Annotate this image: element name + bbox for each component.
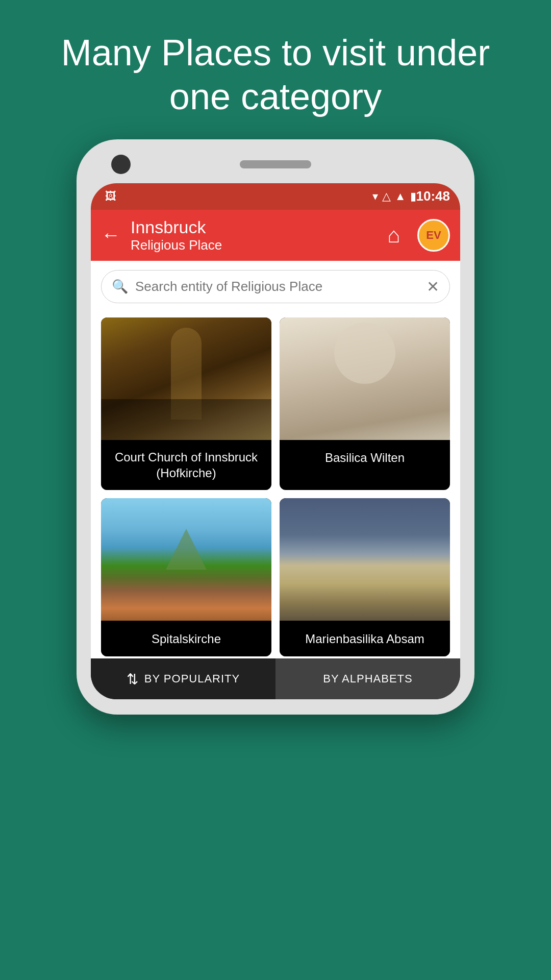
back-button[interactable]: ← (101, 224, 120, 246)
sort-bar: ⇅ BY POPULARITY BY ALPHABETS (91, 658, 460, 699)
signal-full-icon: ▲ (395, 190, 406, 203)
sort-arrows-icon: ⇅ (127, 671, 138, 688)
sort-alphabets-label: BY ALPHABETS (323, 672, 412, 685)
signal-icon: △ (382, 190, 391, 203)
wifi-icon: ▾ (372, 190, 378, 203)
app-bar-actions: ⌂ EV (378, 219, 450, 252)
app-bar: ← Innsbruck Religious Place ⌂ EV (91, 210, 460, 261)
sort-by-alphabets-button[interactable]: BY ALPHABETS (276, 658, 460, 699)
search-clear-button[interactable]: ✕ (427, 278, 439, 296)
search-icon: 🔍 (112, 279, 128, 295)
place-card-basilica[interactable]: Basilica Wilten (280, 317, 450, 490)
status-time: 10:48 (416, 188, 450, 204)
place-image-spitals (101, 498, 271, 621)
app-title: Innsbruck (131, 217, 378, 237)
battery-icon: ▮ (410, 190, 416, 203)
status-bar: 🖼 ▾ △ ▲ ▮ 10:48 (91, 183, 460, 210)
ev-badge-label: EV (426, 229, 441, 242)
place-image-marien (280, 498, 450, 621)
image-icon: 🖼 (105, 190, 116, 203)
home-icon: ⌂ (387, 223, 400, 248)
sort-by-popularity-button[interactable]: ⇅ BY POPULARITY (91, 658, 276, 699)
search-bar[interactable]: 🔍 ✕ (101, 270, 450, 303)
search-input[interactable] (135, 279, 427, 295)
place-image-basilica (280, 317, 450, 440)
phone-mockup: 🖼 ▾ △ ▲ ▮ 10:48 ← Innsbruck Religious Pl… (77, 139, 474, 715)
place-label-spitals: Spitalskirche (101, 621, 271, 656)
place-label-marien: Marienbasilika Absam (280, 621, 450, 656)
place-label-basilica: Basilica Wilten (280, 440, 450, 476)
status-bar-left: 🖼 (101, 190, 116, 203)
sort-popularity-label: BY POPULARITY (144, 672, 240, 685)
places-grid: Court Church of Innsbruck (Hofkirche) Ba… (91, 312, 460, 656)
ev-badge-button[interactable]: EV (417, 219, 450, 252)
back-arrow-icon: ← (101, 224, 120, 246)
place-card-spitals[interactable]: Spitalskirche (101, 498, 271, 656)
place-card-court-church[interactable]: Court Church of Innsbruck (Hofkirche) (101, 317, 271, 490)
hero-title: Many Places to visit under one category (0, 0, 551, 139)
place-card-marien[interactable]: Marienbasilika Absam (280, 498, 450, 656)
place-image-court-church (101, 317, 271, 440)
home-button[interactable]: ⌂ (378, 219, 410, 252)
app-bar-title-block: Innsbruck Religious Place (131, 217, 378, 253)
phone-screen: 🖼 ▾ △ ▲ ▮ 10:48 ← Innsbruck Religious Pl… (91, 183, 460, 699)
phone-notch (91, 155, 460, 183)
phone-speaker (240, 160, 311, 168)
front-camera (111, 155, 131, 174)
search-container: 🔍 ✕ (91, 261, 460, 312)
place-label-court-church: Court Church of Innsbruck (Hofkirche) (101, 440, 271, 490)
app-subtitle: Religious Place (131, 237, 378, 253)
